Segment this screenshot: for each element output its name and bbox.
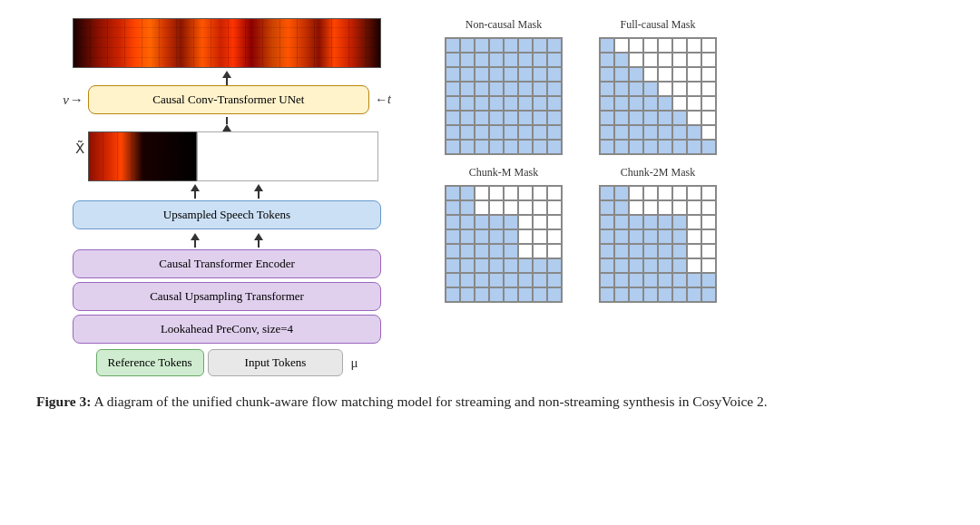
chunk-2m-mask-group: Chunk-2M Mask	[599, 166, 717, 303]
mask-cell	[460, 215, 475, 229]
mask-cell	[701, 82, 716, 96]
reference-tokens-box: Reference Tokens	[96, 349, 204, 376]
mask-cell	[460, 67, 475, 82]
mask-cell	[643, 67, 658, 82]
mask-cell	[547, 38, 562, 53]
mask-cell	[614, 140, 629, 154]
mask-cell	[643, 200, 658, 215]
mask-cell	[446, 244, 460, 258]
arrow-line-2r	[258, 240, 260, 248]
mask-cell	[643, 140, 658, 154]
mask-cell	[460, 111, 475, 125]
mask-cell	[518, 125, 533, 140]
unet-row: v→ Causal Conv-Transformer UNet ←t	[63, 85, 391, 114]
mask-cell	[533, 125, 547, 140]
mask-cell	[475, 287, 489, 302]
arrow-line-1	[226, 78, 228, 85]
mask-cell	[614, 244, 629, 258]
mask-cell	[687, 273, 701, 287]
double-arrow-row	[191, 184, 263, 199]
mask-cell	[701, 258, 716, 273]
mask-cell	[687, 287, 701, 302]
mask-cell	[701, 273, 716, 287]
mask-cell	[658, 53, 672, 67]
mask-cell	[701, 111, 716, 125]
mask-cell	[672, 287, 687, 302]
mask-cell	[446, 273, 460, 287]
spectrogram-xtilde	[88, 131, 197, 181]
mask-cell	[614, 82, 629, 96]
mask-cell	[460, 229, 475, 244]
mask-cell	[672, 215, 687, 229]
mask-cell	[475, 229, 489, 244]
mask-cell	[518, 140, 533, 154]
mask-cell	[701, 200, 716, 215]
arrow-up-left	[191, 184, 200, 199]
mask-cell	[629, 229, 643, 244]
mask-cell	[672, 53, 687, 67]
mask-cell	[547, 67, 562, 82]
mask-cell	[614, 125, 629, 140]
mask-cell	[687, 140, 701, 154]
mask-cell	[518, 53, 533, 67]
mask-cell	[701, 229, 716, 244]
mask-cell	[658, 200, 672, 215]
mask-cell	[629, 125, 643, 140]
mask-cell	[629, 111, 643, 125]
mask-cell	[518, 200, 533, 215]
figure-caption: Figure 3: A diagram of the unified chunk…	[36, 391, 944, 413]
mask-cell	[533, 258, 547, 273]
arrowhead-up-left	[191, 184, 200, 191]
mu-label: μ	[350, 355, 358, 371]
main-diagram-container: v→ Causal Conv-Transformer UNet ←t X̃	[36, 18, 944, 376]
mask-cell	[658, 273, 672, 287]
mask-cell	[518, 38, 533, 53]
mask-cell	[687, 229, 701, 244]
mask-cell	[533, 140, 547, 154]
mask-cell	[504, 53, 518, 67]
arrow-up-1	[222, 71, 231, 85]
mask-cell	[687, 215, 701, 229]
mask-cell	[446, 111, 460, 125]
mask-cell	[475, 125, 489, 140]
mask-cell	[701, 244, 716, 258]
mask-cell	[533, 229, 547, 244]
mask-cell	[658, 111, 672, 125]
mask-cell	[643, 186, 658, 200]
mask-cell	[533, 215, 547, 229]
mask-cell	[547, 140, 562, 154]
mask-cell	[460, 258, 475, 273]
mask-cell	[460, 38, 475, 53]
mask-cell	[533, 273, 547, 287]
mask-cell	[643, 244, 658, 258]
mask-cell	[504, 273, 518, 287]
mask-cell	[547, 244, 562, 258]
mask-cell	[629, 96, 643, 111]
chunk-2m-grid	[599, 185, 717, 303]
mask-cell	[547, 96, 562, 111]
mask-cell	[701, 186, 716, 200]
mask-cell	[489, 273, 504, 287]
mask-cell	[533, 38, 547, 53]
mask-cell	[489, 53, 504, 67]
mask-cell	[672, 244, 687, 258]
mask-cell	[687, 111, 701, 125]
mask-cell	[600, 53, 614, 67]
mask-cell	[600, 67, 614, 82]
white-rect	[197, 131, 378, 181]
mask-cell	[504, 67, 518, 82]
mask-cell	[475, 38, 489, 53]
mask-cell	[687, 200, 701, 215]
mask-cell	[475, 200, 489, 215]
xtilde-row: X̃	[75, 131, 378, 181]
mask-cell	[629, 244, 643, 258]
mask-cell	[658, 82, 672, 96]
arrow-line-left	[194, 191, 196, 199]
mask-cell	[600, 82, 614, 96]
mask-cell	[475, 111, 489, 125]
mask-cell	[672, 96, 687, 111]
mask-cell	[629, 186, 643, 200]
mask-cell	[701, 287, 716, 302]
mask-cell	[629, 287, 643, 302]
mask-cell	[701, 67, 716, 82]
